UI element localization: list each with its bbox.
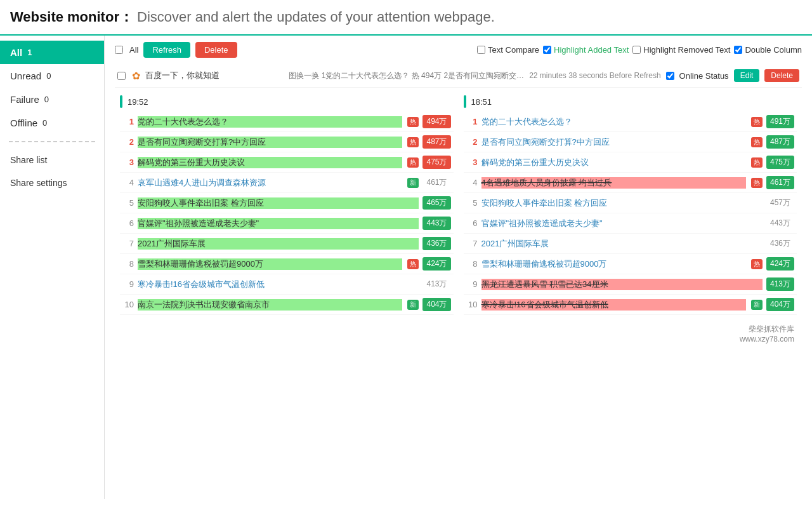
sidebar-item-share-settings[interactable]: Share settings: [0, 171, 104, 194]
rank-number: 10: [122, 300, 134, 309]
rank-row: 6官媒评"祖孙照被造谣成老夫少妻"443万: [120, 213, 454, 234]
rank-count: 475万: [766, 156, 794, 169]
rank-number: 2: [466, 137, 478, 147]
rank-title[interactable]: 解码党的第三份重大历史决议: [138, 157, 402, 168]
sidebar-item-unread[interactable]: Unread 0: [0, 64, 104, 88]
share-list-label: Share list: [10, 155, 47, 165]
rank-row: 9黑龙江遭遇暴风雪 积雪已达34厘米413万: [464, 274, 797, 295]
rank-title[interactable]: 2021广州国际车展: [138, 238, 419, 250]
online-status-checkbox[interactable]: [666, 72, 674, 80]
brand-text: 柴柴抓软件库www.xzy78.com: [740, 324, 794, 344]
rank-row: 4哀军山遇难4人进山为调查森林资源新461万: [120, 173, 454, 193]
rank-row: 6官媒评"祖孙照被造谣成老夫少妻"443万: [464, 213, 797, 234]
site-checkbox[interactable]: [117, 72, 126, 80]
sidebar-item-all[interactable]: All 1: [0, 41, 104, 64]
rank-row: 44名遇难地质人员身份披露 均当过兵热461万: [464, 173, 797, 193]
highlight-removed-checkbox[interactable]: [632, 46, 641, 54]
rank-title[interactable]: 2021广州国际车展: [481, 238, 763, 250]
rank-row: 72021广州国际车展436万: [464, 234, 797, 254]
rank-number: 7: [466, 239, 478, 248]
site-name: 百度一下，你就知道: [145, 70, 284, 81]
rank-row: 1党的二十大代表怎么选？热491万: [464, 112, 797, 132]
highlight-removed-label[interactable]: Highlight Removed Text: [632, 45, 730, 55]
rank-row: 8雪梨和林珊珊偷逃税被罚超9000万热424万: [120, 254, 454, 274]
sidebar-label-all: All: [10, 47, 22, 58]
sidebar-badge-all: 1: [27, 48, 32, 57]
main-content: All Refresh Delete Text Compare Highligh…: [105, 36, 812, 499]
rank-count: 461万: [766, 176, 794, 189]
rank-title[interactable]: 是否有同立陶宛断交打算?中方回应: [481, 137, 746, 148]
rank-number: 6: [466, 218, 478, 228]
sidebar-item-failure[interactable]: Failure 0: [0, 88, 104, 111]
compare-panel: 19:52 1党的二十大代表怎么选？热494万2是否有同立陶宛断交打算?中方回应…: [115, 88, 802, 315]
text-compare-checkbox[interactable]: [477, 46, 485, 54]
rank-count: 457万: [766, 196, 794, 210]
sidebar-badge-offline: 0: [43, 118, 47, 128]
rank-title[interactable]: 寒冷暴击!16省会级城市气温创新低: [138, 279, 419, 290]
sidebar-item-offline[interactable]: Offline 0: [0, 111, 104, 135]
rank-row: 3解码党的第三份重大历史决议热475万: [464, 152, 797, 173]
new-tag: 新: [407, 300, 419, 310]
text-compare-text: Text Compare: [488, 45, 539, 55]
rank-title[interactable]: 是否有同立陶宛断交打算?中方回应: [138, 137, 402, 148]
rank-number: 5: [466, 198, 478, 208]
sidebar-divider: [9, 141, 95, 142]
toolbar: All Refresh Delete Text Compare Highligh…: [115, 42, 802, 58]
text-compare-label[interactable]: Text Compare: [477, 45, 539, 55]
rank-count: 424万: [422, 257, 450, 271]
delete-button-top[interactable]: Delete: [195, 42, 237, 58]
delete-button[interactable]: Delete: [764, 69, 799, 82]
rank-row: 10南京一法院判决书出现安徽省南京市新404万: [120, 295, 454, 315]
rank-title[interactable]: 解码党的第三份重大历史决议: [481, 157, 746, 168]
rank-title[interactable]: 党的二十大代表怎么选？: [481, 116, 746, 128]
snapshot1-col: 19:52 1党的二十大代表怎么选？热494万2是否有同立陶宛断交打算?中方回应…: [115, 88, 459, 315]
rank-number: 7: [122, 239, 134, 248]
rank-row: 3解码党的第三份重大历史决议热475万: [120, 152, 454, 173]
share-settings-label: Share settings: [10, 178, 67, 188]
rank-title[interactable]: 南京一法院判决书出现安徽省南京市: [138, 299, 402, 311]
rank-count: 404万: [422, 298, 450, 311]
double-column-checkbox[interactable]: [734, 46, 742, 54]
rank-title[interactable]: 雪梨和林珊珊偷逃税被罚超9000万: [138, 258, 402, 270]
page-title: Website monitor： Discover and alert the …: [10, 9, 495, 25]
rank-title[interactable]: 官媒评"祖孙照被造谣成老夫少妻": [138, 218, 419, 229]
hot-tag: 热: [407, 137, 419, 147]
rank-row: 5安阳狗咬人事件牵出旧案 检方回应465万: [120, 193, 454, 213]
main-layout: All 1 Unread 0 Failure 0 Offline 0 Share…: [0, 36, 812, 499]
rank-count: 465万: [422, 196, 450, 210]
select-all-checkbox[interactable]: [115, 46, 123, 54]
hot-tag: 热: [407, 157, 419, 168]
rank-row: 8雪梨和林珊珊偷逃税被罚超9000万热424万: [464, 254, 797, 274]
snapshot1-list: 1党的二十大代表怎么选？热494万2是否有同立陶宛断交打算?中方回应热487万3…: [120, 112, 454, 315]
highlight-removed-text: Highlight Removed Text: [643, 45, 730, 55]
rank-number: 3: [122, 157, 134, 167]
rank-title[interactable]: 官媒评"祖孙照被造谣成老夫少妻": [481, 218, 763, 229]
rank-row: 1党的二十大代表怎么选？热494万: [120, 112, 454, 132]
edit-button[interactable]: Edit: [734, 69, 760, 82]
rank-row: 9寒冷暴击!16省会级城市气温创新低413万: [120, 274, 454, 295]
highlight-added-checkbox[interactable]: [543, 46, 551, 54]
rank-number: 9: [466, 279, 478, 289]
rank-title[interactable]: 安阳狗咬人事件牵出旧案 检方回应: [138, 197, 419, 209]
rank-title[interactable]: 黑龙江遭遇暴风雪 积雪已达34厘米: [481, 279, 763, 290]
rank-count: 487万: [422, 135, 450, 149]
online-status-label: Online Status: [679, 71, 729, 81]
hot-tag: 热: [751, 178, 763, 188]
highlight-added-label[interactable]: Highlight Added Text: [543, 45, 629, 55]
rank-title[interactable]: 寒冷暴击!16省会级城市气温创新低: [481, 299, 746, 311]
refresh-button[interactable]: Refresh: [143, 42, 190, 58]
rank-count: 475万: [422, 156, 450, 169]
rank-count: 436万: [766, 237, 794, 250]
rank-title[interactable]: 4名遇难地质人员身份披露 均当过兵: [481, 177, 746, 189]
site-preview: 图换一换 1党的二十大代表怎么选？ 热 494万 2是否有同立陶宛断交…: [289, 70, 524, 81]
rank-number: 10: [466, 300, 478, 309]
snapshot1-time-marker: 19:52: [120, 95, 454, 108]
sidebar-item-share-list[interactable]: Share list: [0, 149, 104, 171]
rank-title[interactable]: 党的二十大代表怎么选？: [138, 116, 402, 128]
rank-title[interactable]: 安阳狗咬人事件牵出旧案 检方回应: [481, 197, 763, 209]
double-column-label[interactable]: Double Column: [734, 45, 802, 55]
hot-tag: 热: [407, 117, 419, 127]
rank-title[interactable]: 哀军山遇难4人进山为调查森林资源: [138, 177, 402, 189]
rank-row: 10寒冷暴击!16省会级城市气温创新低新404万: [464, 295, 797, 315]
rank-title[interactable]: 雪梨和林珊珊偷逃税被罚超9000万: [481, 258, 746, 270]
